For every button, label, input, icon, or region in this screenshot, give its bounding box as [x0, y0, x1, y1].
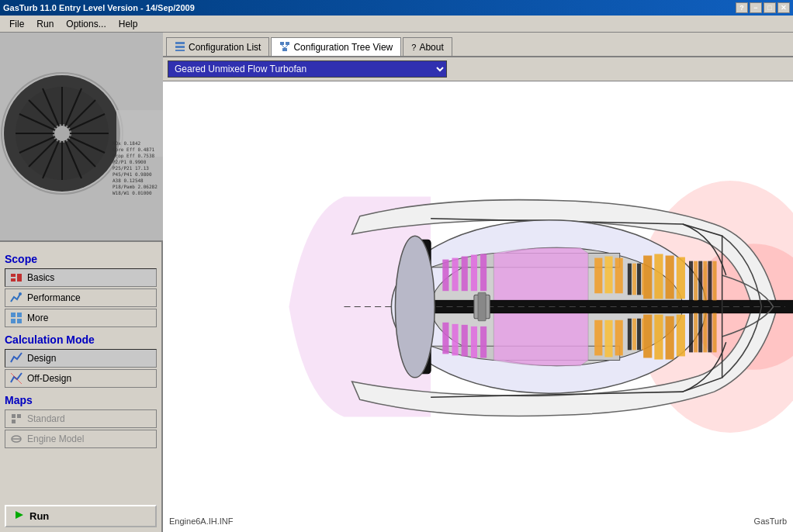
svg-rect-101	[478, 292, 486, 321]
svg-rect-39	[175, 42, 185, 44]
svg-rect-96	[703, 313, 707, 353]
maps-section-title: Maps	[5, 394, 157, 406]
window-controls: ? − □ ✕	[736, 2, 790, 13]
sidebar-btn-engine-model[interactable]: Engine Model	[5, 430, 157, 448]
svg-rect-83	[628, 319, 632, 351]
svg-rect-97	[708, 313, 712, 353]
svg-rect-62	[480, 326, 487, 358]
sidebar-btn-more[interactable]: More	[5, 309, 157, 327]
svg-rect-67	[615, 258, 623, 294]
svg-rect-90	[703, 261, 707, 301]
sidebar-btn-basics[interactable]: Basics	[5, 268, 157, 287]
config-tree-icon	[279, 41, 290, 54]
svg-rect-31	[17, 319, 22, 323]
svg-rect-66	[604, 257, 612, 294]
more-label: More	[27, 313, 48, 323]
sidebar-btn-design[interactable]: Design	[5, 349, 157, 368]
svg-rect-35	[12, 420, 16, 423]
svg-rect-56	[471, 255, 477, 292]
performance-icon	[10, 292, 23, 304]
svg-rect-91	[708, 261, 712, 301]
engine-model-icon	[10, 433, 23, 445]
config-list-label: Configuration List	[189, 42, 261, 53]
svg-text:NOx   0.1842: NOx 0.1842	[113, 140, 141, 146]
svg-rect-89	[698, 261, 702, 301]
svg-rect-30	[11, 319, 16, 323]
svg-rect-81	[637, 264, 641, 295]
run-label: Run	[29, 510, 49, 522]
design-icon	[10, 352, 23, 364]
sidebar-btn-performance[interactable]: Performance	[5, 288, 157, 307]
svg-marker-38	[16, 511, 23, 519]
menu-help[interactable]: Help	[113, 17, 144, 31]
svg-rect-54	[452, 258, 459, 292]
svg-line-46	[285, 45, 288, 48]
sidebar-content: Scope Basics Performance	[0, 242, 161, 500]
run-button[interactable]: Run	[5, 505, 157, 527]
engine-model-label: Engine Model	[27, 434, 84, 444]
svg-rect-33	[12, 414, 16, 418]
tab-config-tree[interactable]: Configuration Tree View	[271, 37, 401, 56]
svg-rect-57	[480, 254, 487, 291]
svg-rect-84	[632, 319, 636, 351]
about-label: About	[419, 42, 443, 53]
engine-thumbnail: NOx 0.1842 Core Eff 0.4871 Prop Eff 0.75…	[0, 33, 163, 242]
svg-rect-72	[654, 254, 663, 299]
svg-rect-40	[175, 46, 185, 48]
svg-rect-34	[17, 414, 21, 418]
sidebar-btn-standard[interactable]: Standard	[5, 409, 157, 428]
config-tree-label: Configuration Tree View	[293, 42, 393, 53]
svg-rect-77	[666, 316, 674, 360]
svg-rect-68	[594, 320, 602, 356]
svg-point-27	[19, 292, 22, 295]
canvas-label-right: GasTurb	[754, 516, 787, 526]
svg-rect-69	[604, 320, 612, 358]
tab-about[interactable]: ? About	[403, 37, 452, 56]
svg-text:P25/P21  17.13: P25/P21 17.13	[113, 165, 149, 171]
svg-text:Prop Eff 0.7538: Prop Eff 0.7538	[113, 153, 155, 159]
engine-diagram-area: Engine6A.IH.INF GasTurb	[163, 81, 793, 532]
svg-rect-79	[628, 264, 632, 295]
maximize-btn[interactable]: □	[764, 2, 776, 13]
svg-rect-94	[694, 313, 698, 353]
svg-rect-76	[654, 315, 663, 360]
svg-rect-53	[442, 260, 448, 292]
svg-rect-93	[689, 313, 693, 353]
svg-text:P18/Pamb 2.06282: P18/Pamb 2.06282	[113, 184, 158, 189]
menu-run[interactable]: Run	[30, 17, 60, 31]
svg-rect-59	[452, 324, 459, 356]
sidebar-btn-off-design[interactable]: Off-Design	[5, 369, 157, 388]
tab-config-list[interactable]: Configuration List	[166, 37, 269, 56]
titlebar: GasTurb 11.0 Entry Level Version - 14/Se…	[0, 0, 793, 16]
app-title: GasTurb 11.0 Entry Level Version - 14/Se…	[3, 3, 195, 12]
design-label: Design	[27, 353, 56, 364]
help-btn[interactable]: ?	[736, 2, 748, 13]
svg-rect-42	[280, 42, 284, 45]
more-icon	[10, 312, 23, 324]
minimize-btn[interactable]: −	[750, 2, 762, 13]
tab-bar: Configuration List Configuration Tree Vi…	[163, 33, 793, 57]
menubar: File Run Options... Help	[0, 16, 793, 33]
svg-line-45	[282, 45, 285, 48]
svg-rect-92	[712, 261, 716, 301]
performance-label: Performance	[27, 292, 81, 303]
svg-rect-75	[643, 315, 652, 358]
svg-rect-26	[17, 274, 22, 282]
svg-rect-95	[698, 313, 702, 353]
svg-text:P2/P1   0.9900: P2/P1 0.9900	[113, 159, 147, 164]
menu-options[interactable]: Options...	[60, 17, 112, 31]
calc-mode-title: Calculation Mode	[5, 333, 157, 346]
svg-rect-65	[594, 258, 602, 294]
about-icon: ?	[411, 43, 416, 52]
svg-rect-25	[11, 278, 16, 282]
svg-rect-82	[642, 264, 644, 295]
svg-rect-55	[462, 257, 468, 292]
svg-text:Core Eff 0.4871: Core Eff 0.4871	[113, 147, 155, 152]
basics-icon	[10, 271, 23, 284]
main-layout: NOx 0.1842 Core Eff 0.4871 Prop Eff 0.75…	[0, 33, 793, 532]
svg-rect-61	[471, 326, 477, 358]
menu-file[interactable]: File	[3, 17, 30, 31]
close-btn[interactable]: ✕	[777, 2, 790, 13]
svg-rect-85	[637, 319, 641, 351]
engine-type-select[interactable]: Geared Unmixed Flow Turbofan Turbojet Tu…	[168, 60, 447, 78]
